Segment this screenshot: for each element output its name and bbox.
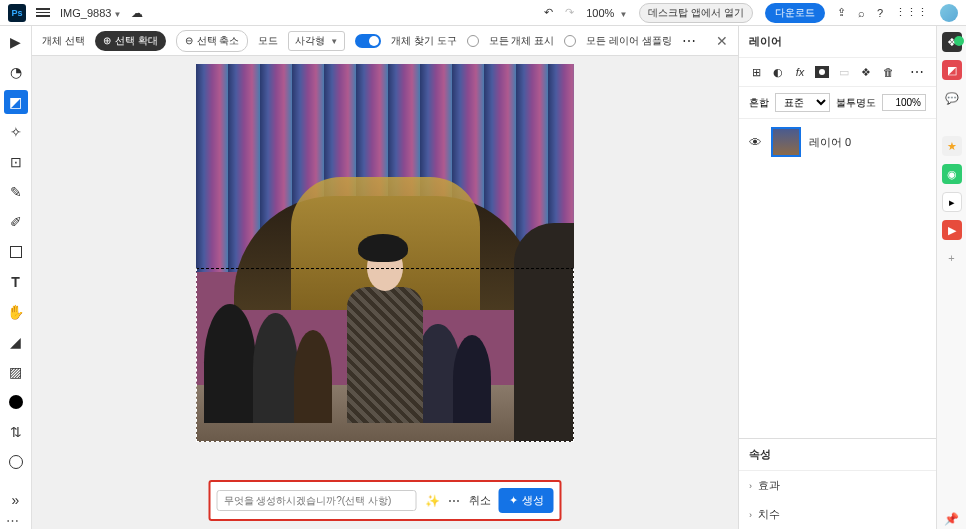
tool-palette: ▶ ◔ ◩ ✧ ⊡ ✎ ✐ T ✋ ◢ ▨ ⇅ » ⋯ bbox=[0, 26, 32, 529]
add-layer-icon[interactable]: ⊞ bbox=[749, 65, 763, 79]
gradient-tool[interactable]: ▨ bbox=[4, 360, 28, 384]
shape-tool[interactable] bbox=[4, 240, 28, 264]
layers-stack-icon[interactable]: ❖ bbox=[859, 65, 873, 79]
mask-icon[interactable] bbox=[815, 65, 829, 79]
rail-app2-icon[interactable]: ▸ bbox=[942, 192, 962, 212]
shrink-select-button[interactable]: ⊖ 선택 축소 bbox=[176, 30, 249, 52]
main-subject bbox=[340, 234, 431, 423]
generate-button[interactable]: ✦ 생성 bbox=[499, 488, 554, 513]
menu-icon[interactable] bbox=[36, 8, 50, 17]
group-icon[interactable]: ▭ bbox=[837, 65, 851, 79]
layers-more-icon[interactable]: ⋯ bbox=[910, 64, 926, 80]
brush-tool[interactable]: ✐ bbox=[4, 210, 28, 234]
opacity-label: 불투명도 bbox=[836, 96, 876, 110]
more-options-icon[interactable]: ⋯ bbox=[682, 33, 698, 49]
show-all-label: 모든 개체 표시 bbox=[489, 34, 555, 48]
layer-name[interactable]: 레이어 0 bbox=[809, 135, 851, 150]
cloud-icon[interactable]: ☁ bbox=[131, 6, 143, 20]
prompt-sparkle-icon[interactable]: ✨ bbox=[425, 494, 440, 508]
move-tool[interactable]: ▶ bbox=[4, 30, 28, 54]
canvas-area[interactable]: ✨ ⋯ 취소 ✦ 생성 bbox=[32, 56, 738, 529]
search-icon[interactable]: ⌕ bbox=[858, 7, 865, 19]
blend-row: 혼합 표준 불투명도 bbox=[739, 87, 936, 119]
options-bar: 개체 선택 ⊕ 선택 확대 ⊖ 선택 축소 모드 사각형 ▼ 개체 찾기 도구 … bbox=[32, 26, 738, 56]
undo-icon[interactable]: ↶ bbox=[544, 6, 553, 19]
open-desktop-button[interactable]: 데스크탑 앱에서 열기 bbox=[639, 3, 753, 23]
canvas-container: 개체 선택 ⊕ 선택 확대 ⊖ 선택 축소 모드 사각형 ▼ 개체 찾기 도구 … bbox=[32, 26, 738, 529]
layer-row-0[interactable]: 👁 레이어 0 bbox=[739, 119, 936, 165]
fx-icon[interactable]: fx bbox=[793, 65, 807, 79]
prompt-input[interactable] bbox=[217, 490, 417, 511]
rail-chat-icon[interactable]: 💬 bbox=[942, 88, 962, 108]
fill-tool[interactable]: ◢ bbox=[4, 330, 28, 354]
type-tool[interactable]: T bbox=[4, 270, 28, 294]
mode-label: 모드 bbox=[258, 34, 278, 48]
crop-tool[interactable]: ⊡ bbox=[4, 150, 28, 174]
hand-tool[interactable]: ✋ bbox=[4, 300, 28, 324]
visibility-icon[interactable]: 👁 bbox=[749, 135, 763, 150]
object-select-label: 개체 선택 bbox=[42, 34, 85, 48]
object-select-tool[interactable]: ◩ bbox=[4, 90, 28, 114]
rail-star-icon[interactable]: ★ bbox=[942, 136, 962, 156]
zoom-level[interactable]: 100% ▼ bbox=[586, 7, 627, 19]
blend-mode-select[interactable]: 표준 bbox=[775, 93, 830, 112]
photoshop-icon[interactable]: Ps bbox=[8, 4, 26, 22]
rail-app3-icon[interactable]: ▶ bbox=[942, 220, 962, 240]
rail-add-icon[interactable]: + bbox=[942, 248, 962, 268]
delete-icon[interactable]: 🗑 bbox=[881, 65, 895, 79]
opacity-input[interactable] bbox=[882, 94, 926, 111]
document-title[interactable]: IMG_9883▼ bbox=[60, 7, 121, 19]
more-tools-icon[interactable]: » bbox=[4, 488, 28, 512]
status-dot-icon bbox=[954, 36, 964, 46]
mode-select[interactable]: 사각형 ▼ bbox=[288, 31, 345, 51]
right-rail: ❖ ◩ 💬 ★ ◉ ▸ ▶ + 📌 bbox=[936, 26, 966, 529]
rail-app1-icon[interactable]: ◉ bbox=[942, 164, 962, 184]
share-icon[interactable]: ⇪ bbox=[837, 6, 846, 19]
object-finder-toggle[interactable] bbox=[355, 34, 381, 48]
eyedropper-tool[interactable]: ✎ bbox=[4, 180, 28, 204]
object-finder-label: 개체 찾기 도구 bbox=[391, 34, 457, 48]
rail-pin-icon[interactable]: 📌 bbox=[942, 509, 962, 529]
prompt-more-icon[interactable]: ⋯ bbox=[448, 494, 461, 508]
help-icon[interactable]: ? bbox=[877, 7, 883, 19]
effects-section[interactable]: ›효과 bbox=[739, 471, 936, 500]
layers-toolbar: ⊞ ◐ fx ▭ ❖ 🗑 ⋯ bbox=[739, 58, 936, 87]
layer-thumbnail[interactable] bbox=[771, 127, 801, 157]
user-avatar[interactable] bbox=[940, 4, 958, 22]
properties-panel: 속성 ›효과 ›치수 bbox=[739, 438, 936, 529]
expand-select-button[interactable]: ⊕ 선택 확대 bbox=[95, 31, 166, 51]
blend-label: 혼합 bbox=[749, 96, 769, 110]
main-area: ▶ ◔ ◩ ✧ ⊡ ✎ ✐ T ✋ ◢ ▨ ⇅ » ⋯ 개체 선택 ⊕ 선택 확… bbox=[0, 26, 966, 529]
close-icon[interactable]: ✕ bbox=[716, 33, 728, 49]
dimensions-section[interactable]: ›치수 bbox=[739, 500, 936, 529]
redo-icon[interactable]: ↷ bbox=[565, 6, 574, 19]
properties-title: 속성 bbox=[739, 439, 936, 471]
top-bar: Ps IMG_9883▼ ☁ ↶ ↷ 100% ▼ 데스크탑 앱에서 열기 다운… bbox=[0, 0, 966, 26]
download-button[interactable]: 다운로드 bbox=[765, 3, 825, 23]
rail-comments-icon[interactable]: ◩ bbox=[942, 60, 962, 80]
apps-grid-icon[interactable]: ⋮⋮⋮ bbox=[895, 6, 928, 19]
layers-panel-title: 레이어 bbox=[739, 26, 936, 58]
sample-all-label: 모든 레이어 샘플링 bbox=[586, 34, 672, 48]
document-image[interactable] bbox=[196, 64, 574, 442]
swap-colors-tool[interactable]: ⇅ bbox=[4, 420, 28, 444]
background-color[interactable] bbox=[4, 450, 28, 474]
foreground-color[interactable] bbox=[4, 390, 28, 414]
show-all-radio[interactable] bbox=[467, 35, 479, 47]
sample-all-radio[interactable] bbox=[564, 35, 576, 47]
wand-tool[interactable]: ✧ bbox=[4, 120, 28, 144]
lasso-tool[interactable]: ◔ bbox=[4, 60, 28, 84]
adjustment-icon[interactable]: ◐ bbox=[771, 65, 785, 79]
cancel-button[interactable]: 취소 bbox=[469, 493, 491, 508]
generative-fill-bar: ✨ ⋯ 취소 ✦ 생성 bbox=[209, 480, 562, 521]
right-panels: 레이어 ⊞ ◐ fx ▭ ❖ 🗑 ⋯ 혼합 표준 불투명도 👁 레이어 0 속성… bbox=[738, 26, 936, 529]
tool-options-icon[interactable]: ⋯ bbox=[6, 513, 19, 528]
